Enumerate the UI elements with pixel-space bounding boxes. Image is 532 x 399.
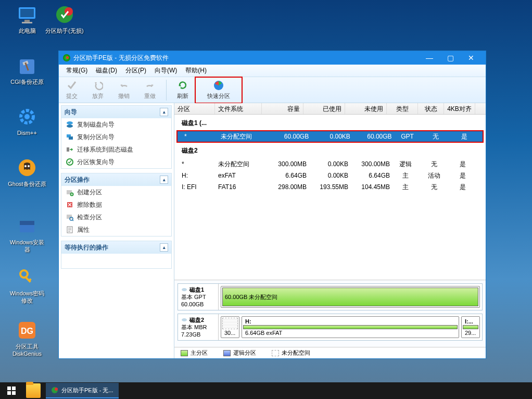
col-capacity[interactable]: 容量 — [262, 103, 303, 114]
col-filesystem[interactable]: 文件系统 — [215, 103, 262, 114]
col-type[interactable]: 类型 — [387, 103, 418, 114]
start-button[interactable] — [0, 382, 23, 399]
table-header: 分区 文件系统 容量 已使用 未使用 类型 状态 4KB对齐 — [174, 103, 486, 115]
sidebar: 向导 ▴ 复制磁盘向导 复制分区向导 迁移系统到固态磁盘 分区恢复向导 分区操作… — [59, 103, 174, 358]
svg-point-10 — [24, 114, 30, 119]
sidebar-migrate-ssd[interactable]: 迁移系统到固态磁盘 — [61, 143, 171, 156]
col-partition[interactable]: 分区 — [174, 103, 215, 114]
menu-wizard[interactable]: 向导(W) — [150, 65, 181, 76]
svg-rect-25 — [69, 136, 73, 140]
ghost-icon — [17, 157, 37, 178]
svg-rect-39 — [12, 391, 16, 395]
minimize-button[interactable]: — — [419, 51, 440, 65]
properties-icon — [66, 226, 74, 234]
disk2-bar-h[interactable]: H: 6.64GB exFAT — [242, 316, 459, 338]
collapse-icon[interactable]: ▴ — [160, 108, 168, 116]
table-row[interactable]: I: EFI FAT16 298.00MB 193.55MB 104.45MB … — [174, 181, 486, 193]
migrate-icon — [66, 145, 74, 154]
svg-point-34 — [182, 288, 187, 291]
svg-point-22 — [67, 121, 73, 124]
disk1-bar-unalloc[interactable]: 60.00GB 未分配空间 — [221, 286, 480, 308]
collapse-icon[interactable]: ▴ — [160, 243, 168, 252]
svg-point-13 — [28, 165, 30, 167]
partition-copy-icon — [66, 133, 74, 141]
toolbar-discard[interactable]: 放弃 — [85, 78, 111, 103]
menu-disk[interactable]: 磁盘(D) — [92, 65, 121, 76]
close-button[interactable]: ✕ — [461, 51, 482, 65]
svg-rect-37 — [12, 386, 16, 390]
sidebar-wizard-header[interactable]: 向导 ▴ — [61, 106, 171, 118]
disk1-map[interactable]: 磁盘1 基本 GPT 60.00GB 60.00GB 未分配空间 — [178, 283, 483, 310]
taskbar-app[interactable]: 分区助手PE版 - 无... — [46, 383, 119, 398]
desktop-icon-pahelper[interactable]: 分区助手(无损) — [45, 4, 84, 34]
col-unused[interactable]: 未使用 — [345, 103, 387, 114]
titlebar[interactable]: 分区助手PE版 - 无损分区免费软件 — ▢ ✕ — [59, 51, 486, 65]
sidebar-create-partition[interactable]: 创建分区 — [61, 186, 171, 198]
desktop-icon-thispc[interactable]: 此电脑 — [7, 4, 47, 34]
menu-partition[interactable]: 分区(P) — [121, 65, 150, 76]
svg-rect-26 — [67, 147, 69, 152]
main-area: 分区 文件系统 容量 已使用 未使用 类型 状态 4KB对齐 磁盘1 (... … — [174, 103, 486, 358]
legend-logical: 逻辑分区 — [223, 349, 256, 357]
table-row[interactable]: H: exFAT 6.64GB 0.00KB 6.64GB 主 活动 是 — [174, 170, 486, 181]
sidebar-recover-partition[interactable]: 分区恢复向导 — [61, 156, 171, 168]
toolbar-commit[interactable]: 提交 — [59, 78, 85, 103]
toolbar-refresh[interactable]: 刷新 — [170, 78, 196, 103]
disk2-bar-i[interactable]: I:... 29... — [461, 316, 480, 338]
col-used[interactable]: 已使用 — [303, 103, 345, 114]
wipe-icon — [66, 201, 74, 209]
svg-point-12 — [24, 165, 27, 167]
svg-point-23 — [67, 124, 73, 128]
legend: 主分区 逻辑分区 未分配空间 — [174, 347, 486, 358]
col-4kb[interactable]: 4KB对齐 — [444, 103, 475, 114]
desktop-icon-cgi[interactable]: CGI备份还原 — [7, 55, 47, 85]
table-row[interactable]: * 未分配空间 60.00GB 0.00KB 60.00GB GPT 无 是 — [177, 131, 483, 142]
create-icon — [66, 188, 74, 196]
sidebar-copy-partition-wizard[interactable]: 复制分区向导 — [61, 131, 171, 143]
gear-icon — [17, 106, 37, 127]
sidebar-properties[interactable]: 属性 — [61, 223, 171, 236]
disk2-bar-unalloc[interactable]: 30... — [221, 316, 239, 338]
table-body: 磁盘1 (... * 未分配空间 60.00GB 0.00KB 60.00GB … — [174, 115, 486, 280]
toolbar-undo[interactable]: 撤销 — [111, 78, 137, 103]
sidebar-pending-header[interactable]: 等待执行的操作 ▴ — [61, 241, 171, 254]
collapse-icon[interactable]: ▴ — [160, 176, 168, 184]
toolbar-redo[interactable]: 重做 — [137, 78, 163, 103]
app-icon — [63, 54, 70, 61]
sidebar-copy-disk-wizard[interactable]: 复制磁盘向导 — [61, 118, 171, 131]
desktop-icon-wininstall[interactable]: Windows安装器 — [7, 216, 47, 253]
taskbar-explorer[interactable] — [26, 383, 41, 398]
monitor-icon — [17, 4, 37, 25]
disk-icon — [181, 286, 187, 293]
desktop-icon-winpwd[interactable]: Windows密码修改 — [7, 267, 47, 304]
svg-rect-3 — [22, 22, 32, 23]
quick-partition-icon — [213, 80, 224, 91]
disk1-label[interactable]: 磁盘1 (... — [174, 115, 486, 131]
desktop-icon-diskgenius[interactable]: DG 分区工具DiskGenius — [7, 320, 47, 357]
window-title: 分区助手PE版 - 无损分区免费软件 — [73, 54, 169, 63]
sidebar-wipe-data[interactable]: 擦除数据 — [61, 198, 171, 211]
desktop-icon-ghost[interactable]: Ghost备份还原 — [7, 157, 47, 188]
svg-rect-31 — [67, 215, 72, 219]
menu-general[interactable]: 常规(G) — [62, 65, 92, 76]
windows-icon — [7, 386, 16, 395]
app-icon — [51, 386, 58, 394]
redo-icon — [144, 80, 156, 91]
toolbar-quick-partition[interactable]: 快速分区 — [196, 78, 242, 103]
undo-icon — [118, 80, 130, 91]
table-row[interactable]: * 未分配空间 300.00MB 0.00KB 300.00MB 逻辑 无 是 — [174, 158, 486, 170]
disk1-info: 磁盘1 基本 GPT 60.00GB — [178, 284, 219, 310]
pahelper-icon — [54, 4, 75, 25]
svg-point-41 — [55, 388, 58, 391]
col-status[interactable]: 状态 — [418, 103, 444, 114]
sidebar-check-partition[interactable]: 检查分区 — [61, 211, 171, 223]
menubar: 常规(G) 磁盘(D) 分区(P) 向导(W) 帮助(H) — [59, 65, 486, 77]
toolbar: 提交 放弃 撤销 重做 刷新 快速分区 — [59, 77, 486, 103]
sidebar-ops-header[interactable]: 分区操作 ▴ — [61, 173, 171, 186]
menu-help[interactable]: 帮助(H) — [181, 65, 211, 76]
desktop-icon-dism[interactable]: Dism++ — [7, 106, 47, 136]
disk2-label[interactable]: 磁盘2 — [174, 142, 486, 158]
disk-map-area: 磁盘1 基本 GPT 60.00GB 60.00GB 未分配空间 磁盘2 基本 … — [174, 280, 486, 347]
disk2-map[interactable]: 磁盘2 基本 MBR 7.23GB 30... H: 6.64GB exFAT — [178, 314, 483, 341]
maximize-button[interactable]: ▢ — [440, 51, 461, 65]
